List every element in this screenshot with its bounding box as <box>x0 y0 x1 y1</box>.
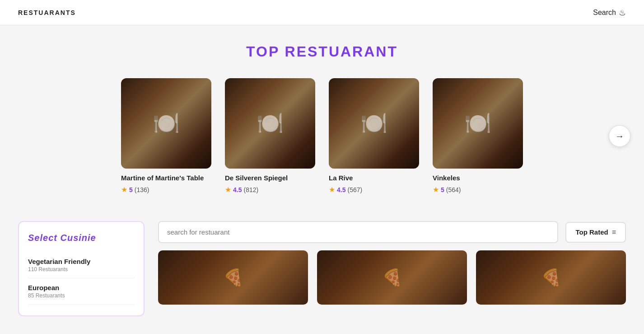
restaurant-card-image <box>329 78 419 169</box>
cuisine-item[interactable]: Vegetarian Friendly110 Restuarants <box>28 252 135 278</box>
search-input[interactable] <box>158 221 558 243</box>
search-sort-row: Top Rated ≡ <box>158 221 626 243</box>
restaurant-card-image <box>225 78 315 169</box>
sort-label: Top Rated <box>575 228 608 236</box>
restaurant-name: De Silveren Spiegel <box>225 174 288 182</box>
restaurant-card-image <box>433 78 523 169</box>
restaurant-carousel: Martine of Martine's Table★5(136)De Silv… <box>121 74 523 198</box>
bottom-section: Select Cusinie Vegetarian Friendly110 Re… <box>0 207 644 330</box>
cuisine-item-name: Vegetarian Friendly <box>28 258 135 265</box>
rating-count: (567) <box>347 186 362 193</box>
rating-value: 4.5 <box>233 186 242 193</box>
rating-count: (564) <box>446 186 461 193</box>
restaurant-card[interactable]: Martine of Martine's Table★5(136) <box>121 78 211 194</box>
restaurant-rating-row: ★4.5(567) <box>329 185 362 194</box>
restaurant-rating-row: ★5(564) <box>433 185 461 194</box>
restaurant-name: La Rive <box>329 174 353 182</box>
carousel-next-button[interactable]: → <box>609 125 630 147</box>
restaurant-rating-row: ★4.5(812) <box>225 185 258 194</box>
site-logo: RESTUARANTS <box>18 9 76 16</box>
search-label: Search <box>593 9 616 17</box>
grid-restaurant-card[interactable] <box>476 250 626 305</box>
right-panel: Top Rated ≡ <box>145 221 626 316</box>
restaurant-name: Martine of Martine's Table <box>121 174 204 182</box>
sort-icon: ≡ <box>612 228 616 236</box>
carousel-wrapper: Martine of Martine's Table★5(136)De Silv… <box>18 74 626 198</box>
restaurant-card[interactable]: La Rive★4.5(567) <box>329 78 419 194</box>
cuisine-panel-title: Select Cusinie <box>28 233 135 243</box>
grid-restaurant-card[interactable] <box>158 250 308 305</box>
cuisine-item-count: 85 Restuarants <box>28 292 135 299</box>
restaurant-card-image <box>121 78 211 169</box>
navbar: RESTUARANTS Search ♨ <box>0 0 644 25</box>
cuisine-item-count: 110 Restuarants <box>28 266 135 273</box>
rating-value: 5 <box>129 186 133 193</box>
restaurant-card[interactable]: De Silveren Spiegel★4.5(812) <box>225 78 315 194</box>
cuisine-item-name: European <box>28 284 135 292</box>
sort-button[interactable]: Top Rated ≡ <box>565 222 626 243</box>
restaurant-rating-row: ★5(136) <box>121 185 149 194</box>
hero-title: TOP RESTUARANT <box>18 43 626 60</box>
star-icon: ★ <box>225 185 231 194</box>
restaurant-card[interactable]: Vinkeles★5(564) <box>433 78 523 194</box>
star-icon: ★ <box>329 185 335 194</box>
search-input-wrapper <box>158 221 558 243</box>
star-icon: ★ <box>121 185 127 194</box>
search-button[interactable]: Search ♨ <box>593 8 626 18</box>
star-icon: ★ <box>433 185 439 194</box>
rating-count: (136) <box>135 186 149 193</box>
cuisine-item[interactable]: European85 Restuarants <box>28 278 135 305</box>
cuisine-panel: Select Cusinie Vegetarian Friendly110 Re… <box>18 221 145 316</box>
rating-count: (812) <box>243 186 258 193</box>
grid-restaurant-card[interactable] <box>317 250 467 305</box>
restaurant-grid <box>158 250 626 305</box>
rating-value: 5 <box>441 186 444 193</box>
rating-value: 4.5 <box>337 186 345 193</box>
hero-section: TOP RESTUARANT Martine of Martine's Tabl… <box>0 25 644 207</box>
steam-icon: ♨ <box>619 8 626 18</box>
restaurant-name: Vinkeles <box>433 174 460 182</box>
